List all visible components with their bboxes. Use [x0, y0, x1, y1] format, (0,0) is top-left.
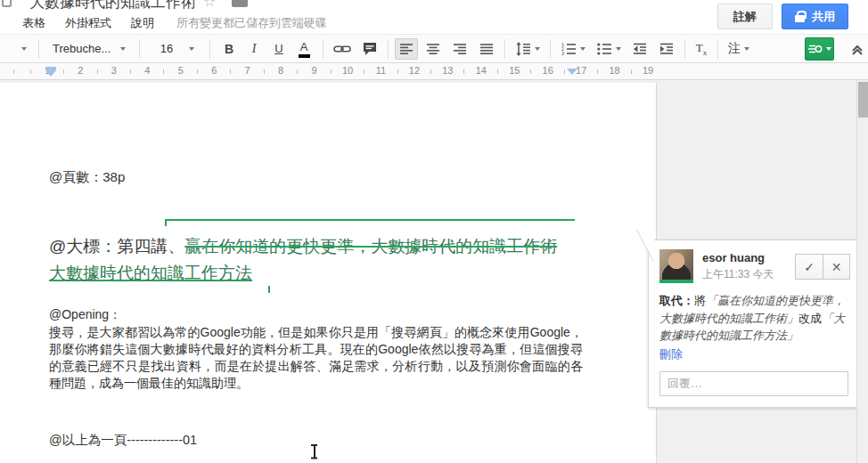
- svg-text:3: 3: [561, 51, 564, 56]
- annotate-dropdown[interactable]: 注: [725, 38, 753, 60]
- avatar: [659, 249, 693, 283]
- save-status: 所有變更都已儲存到雲端硬碟: [176, 15, 327, 31]
- reply-input[interactable]: [659, 371, 848, 396]
- ruler-number: 9: [309, 65, 318, 76]
- comment-card[interactable]: esor huang 上午11:33 今天 ✓ ✕ 取代：將「贏在你知道的更快更…: [648, 240, 860, 408]
- title-row: 大數據時代的知識工作術 ☆: [0, 0, 659, 12]
- comments-button[interactable]: 註解: [717, 4, 773, 29]
- ruler-number: 5: [176, 65, 185, 76]
- annotate-label: 注: [728, 41, 741, 57]
- line-spacing-button[interactable]: [512, 38, 544, 60]
- document-page[interactable]: @頁數：38p @大標：第四講、贏在你知道的更快更準，大數據時代的知識工作術大數…: [0, 83, 657, 463]
- ruler-number: 8: [276, 65, 285, 76]
- menu-item-說明[interactable]: 說明: [131, 15, 154, 31]
- insert-link-button[interactable]: [330, 38, 355, 60]
- chevron-down-icon: [535, 47, 540, 51]
- toolbar-separator: [323, 39, 323, 59]
- lock-icon: [795, 11, 805, 22]
- left-indent-marker[interactable]: [45, 70, 56, 77]
- comment-meta: esor huang 上午11:33 今天: [702, 249, 774, 283]
- decrease-indent-button[interactable]: [628, 38, 651, 60]
- chevron-down-icon: [120, 47, 126, 51]
- chevron-down-icon: [744, 47, 749, 51]
- docs-logo-icon: [2, 0, 12, 7]
- numbered-list-button[interactable]: 123: [557, 38, 589, 60]
- ruler-number: 19: [641, 65, 655, 76]
- topbar: 大數據時代的知識工作術 ☆ 註解 共用 表格外掛程式說明 所有變更都已儲存到雲端…: [0, 0, 868, 34]
- right-indent-marker[interactable]: [567, 69, 577, 75]
- heading-prefix: @大標：第四講、: [49, 237, 184, 256]
- align-center-icon: [425, 42, 441, 56]
- menu-item-表格[interactable]: 表格: [22, 15, 45, 31]
- ruler-number: 12: [407, 65, 422, 76]
- italic-button[interactable]: I: [244, 38, 264, 60]
- addon-green-button[interactable]: [805, 37, 834, 61]
- opening-label: @Opening：: [49, 307, 121, 323]
- menubar-items: 表格外掛程式說明: [22, 15, 174, 31]
- share-button[interactable]: 共用: [782, 4, 848, 29]
- top-actions: 註解 共用: [717, 4, 848, 29]
- star-icon[interactable]: ☆: [203, 0, 216, 10]
- ruler-number: 18: [607, 65, 621, 76]
- bold-icon: B: [225, 42, 233, 56]
- italic-icon: I: [252, 42, 257, 56]
- toolbar-separator: [684, 39, 685, 59]
- font-family-value: Trebuche...: [53, 42, 117, 55]
- font-family-dropdown[interactable]: Trebuche...: [49, 38, 129, 60]
- underline-icon: U: [274, 42, 283, 55]
- comment-anchor-tail: [637, 230, 654, 262]
- heading-suggested-deletion[interactable]: 贏在你知道的更快更準，大數據時代的知識工作術: [184, 237, 557, 256]
- vertical-scrollbar[interactable]: [856, 80, 868, 463]
- accept-suggestion-button[interactable]: ✓: [795, 254, 823, 280]
- comment-actions: ✓ ✕: [795, 254, 850, 280]
- underline-button[interactable]: U: [269, 38, 289, 60]
- chevron-down-icon: [826, 47, 831, 51]
- bold-button[interactable]: B: [219, 38, 239, 60]
- ruler-number: 10: [340, 65, 355, 76]
- font-size-dropdown[interactable]: 16: [151, 38, 198, 60]
- toolbar-separator: [209, 39, 210, 59]
- scrollbar-thumb[interactable]: [858, 82, 868, 118]
- delete-link[interactable]: 刪除: [659, 346, 683, 362]
- share-button-label: 共用: [812, 9, 835, 25]
- document-canvas: @頁數：38p @大標：第四講、贏在你知道的更快更準，大數據時代的知識工作術大數…: [0, 80, 868, 463]
- dismiss-suggestion-button[interactable]: ✕: [823, 254, 850, 280]
- align-left-button[interactable]: [395, 38, 418, 60]
- link-icon: [333, 41, 351, 57]
- align-justify-icon: [479, 42, 495, 56]
- menu-item-外掛程式[interactable]: 外掛程式: [65, 15, 111, 31]
- numbered-list-icon: 123: [561, 42, 577, 56]
- comment-icon: [362, 41, 378, 57]
- comment-action-label: 取代：: [659, 294, 694, 307]
- insert-comment-button[interactable]: [358, 38, 381, 60]
- document-heading: @大標：第四講、贏在你知道的更快更準，大數據時代的知識工作術大數據時代的知識工作…: [49, 233, 573, 287]
- toolbar-separator: [38, 39, 39, 59]
- zoom-dropdown[interactable]: [12, 38, 32, 60]
- menubar: 表格外掛程式說明 所有變更都已儲存到雲端硬碟: [0, 12, 327, 34]
- toolbar-separator: [717, 39, 718, 59]
- folder-icon[interactable]: [232, 0, 248, 7]
- ruler[interactable]: 12345678910111213141516171819: [0, 63, 868, 80]
- align-center-button[interactable]: [422, 38, 445, 60]
- chevron-down-icon: [616, 47, 621, 51]
- comment-header: esor huang 上午11:33 今天 ✓ ✕: [659, 249, 848, 283]
- collapse-toolbar-button[interactable]: [847, 38, 868, 60]
- align-right-icon: [452, 42, 468, 56]
- ruler-number: 14: [474, 65, 488, 76]
- align-justify-button[interactable]: [475, 38, 498, 60]
- document-title[interactable]: 大數據時代的知識工作術: [29, 0, 196, 12]
- suggestion-bracket-line: [165, 219, 575, 221]
- addon-lines-icon: [807, 42, 823, 56]
- font-size-value: 16: [155, 42, 178, 55]
- align-right-button[interactable]: [448, 38, 471, 60]
- google-docs-window: 大數據時代的知識工作術 ☆ 註解 共用 表格外掛程式說明 所有變更都已儲存到雲端…: [0, 0, 868, 463]
- ruler-number: 15: [507, 65, 521, 76]
- text-color-button[interactable]: A: [294, 38, 314, 60]
- check-icon: ✓: [804, 260, 815, 274]
- toolbar-separator: [139, 39, 140, 59]
- toolbar-separator: [388, 39, 389, 59]
- heading-suggested-insertion[interactable]: 大數據時代的知識工作方法: [49, 264, 252, 282]
- increase-indent-button[interactable]: [655, 38, 678, 60]
- clear-formatting-button[interactable]: Tx: [692, 38, 711, 60]
- bulleted-list-button[interactable]: [593, 38, 625, 60]
